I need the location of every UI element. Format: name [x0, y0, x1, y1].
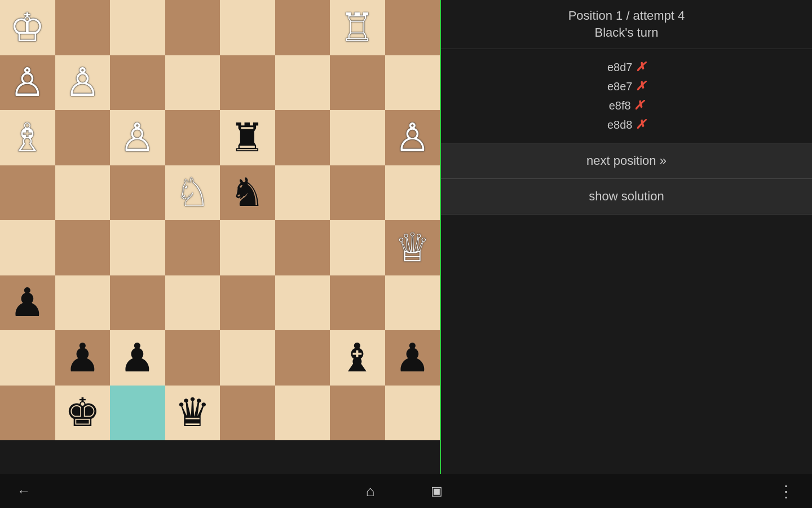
cell-7-6[interactable]: [330, 386, 385, 441]
moves-list: e8d7 ✗e8e7 ✗e8f8 ✗e8d8 ✗: [441, 49, 812, 143]
cell-1-5[interactable]: [275, 55, 330, 111]
cell-2-5[interactable]: [275, 110, 330, 165]
panel-header: Position 1 / attempt 4 Black's turn: [441, 0, 812, 49]
cell-1-4[interactable]: [220, 55, 275, 111]
piece-white-queen-4-7: ♕: [395, 228, 430, 268]
cell-3-1[interactable]: [55, 165, 111, 221]
cell-1-3[interactable]: [165, 55, 220, 111]
cell-2-2[interactable]: ♙: [110, 110, 165, 165]
chess-board[interactable]: ♔♖♙♙♗♙♜♙♘♞♕♟♟♟♝♟♚♛: [0, 0, 440, 440]
cell-5-7[interactable]: [385, 275, 440, 331]
cell-2-3[interactable]: [165, 110, 220, 165]
move-cross-2: ✗: [634, 98, 644, 112]
cell-4-0[interactable]: [0, 220, 55, 275]
piece-white-pawn-1-1: ♙: [65, 63, 100, 102]
cell-6-5[interactable]: [275, 330, 330, 386]
cell-2-0[interactable]: ♗: [0, 110, 55, 165]
cell-1-2[interactable]: [110, 55, 165, 111]
cell-0-5[interactable]: [275, 0, 330, 55]
cell-7-7[interactable]: [385, 386, 440, 441]
cell-0-2[interactable]: [110, 0, 165, 55]
piece-white-king-0-0: ♔: [10, 8, 45, 47]
nav-center: ⌂ ▣: [366, 483, 443, 500]
right-panel: Position 1 / attempt 4 Black's turn e8d7…: [440, 0, 812, 474]
cell-5-2[interactable]: [110, 275, 165, 331]
next-position-button[interactable]: next position »: [441, 143, 812, 179]
cell-0-4[interactable]: [220, 0, 275, 55]
piece-black-pawn-6-7: ♟: [395, 338, 430, 378]
move-cross-3: ✗: [636, 117, 646, 132]
cell-6-4[interactable]: [220, 330, 275, 386]
chess-board-container: ♔♖♙♙♗♙♜♙♘♞♕♟♟♟♝♟♚♛: [0, 0, 440, 452]
cell-5-5[interactable]: [275, 275, 330, 331]
cell-3-0[interactable]: [0, 165, 55, 221]
cell-4-6[interactable]: [330, 220, 385, 275]
cell-0-3[interactable]: [165, 0, 220, 55]
cell-6-7[interactable]: ♟: [385, 330, 440, 386]
cell-4-4[interactable]: [220, 220, 275, 275]
cell-2-4[interactable]: ♜: [220, 110, 275, 165]
nav-recent-icon[interactable]: ▣: [431, 484, 443, 498]
nav-bar: ← ⌂ ▣ ⋮: [0, 474, 812, 508]
cell-4-1[interactable]: [55, 220, 111, 275]
cell-1-1[interactable]: ♙: [55, 55, 111, 111]
cell-3-4[interactable]: ♞: [220, 165, 275, 221]
cell-5-6[interactable]: [330, 275, 385, 331]
cell-7-2[interactable]: [110, 386, 165, 441]
cell-5-1[interactable]: [55, 275, 111, 331]
cell-3-2[interactable]: [110, 165, 165, 221]
nav-home-icon[interactable]: ⌂: [366, 483, 375, 500]
cell-3-6[interactable]: [330, 165, 385, 221]
cell-4-3[interactable]: [165, 220, 220, 275]
cell-0-1[interactable]: [55, 0, 111, 55]
piece-white-pawn-2-7: ♙: [395, 118, 430, 157]
cell-1-6[interactable]: [330, 55, 385, 111]
cell-0-0[interactable]: ♔: [0, 0, 55, 55]
cell-1-0[interactable]: ♙: [0, 55, 55, 111]
cell-6-6[interactable]: ♝: [330, 330, 385, 386]
nav-back-icon[interactable]: ←: [17, 483, 30, 499]
cell-7-1[interactable]: ♚: [55, 386, 111, 441]
cell-4-5[interactable]: [275, 220, 330, 275]
piece-black-knight-3-4: ♞: [230, 173, 265, 212]
cell-6-0[interactable]: [0, 330, 55, 386]
nav-more-icon[interactable]: ⋮: [778, 482, 795, 501]
move-cross-1: ✗: [636, 79, 646, 93]
cell-7-4[interactable]: [220, 386, 275, 441]
move-item-1: e8e7 ✗: [452, 77, 801, 96]
cell-5-4[interactable]: [220, 275, 275, 331]
cell-6-3[interactable]: [165, 330, 220, 386]
piece-black-bishop-6-6: ♝: [339, 338, 375, 378]
cell-7-5[interactable]: [275, 386, 330, 441]
cell-2-6[interactable]: [330, 110, 385, 165]
cell-3-5[interactable]: [275, 165, 330, 221]
piece-white-rook-0-6: ♖: [339, 8, 375, 47]
panel-title: Position 1 / attempt 4: [452, 8, 801, 23]
cell-7-3[interactable]: ♛: [165, 386, 220, 441]
show-solution-button[interactable]: show solution: [441, 179, 812, 214]
cell-1-7[interactable]: [385, 55, 440, 111]
piece-black-pawn-6-2: ♟: [120, 338, 155, 378]
move-item-3: e8d8 ✗: [452, 115, 801, 134]
piece-black-queen-7-3: ♛: [175, 393, 210, 432]
cell-5-0[interactable]: ♟: [0, 275, 55, 331]
cell-4-7[interactable]: ♕: [385, 220, 440, 275]
cell-3-3[interactable]: ♘: [165, 165, 220, 221]
cell-2-1[interactable]: [55, 110, 111, 165]
cell-7-0[interactable]: [0, 386, 55, 441]
cell-5-3[interactable]: [165, 275, 220, 331]
cell-6-2[interactable]: ♟: [110, 330, 165, 386]
piece-black-rook-2-4: ♜: [230, 118, 265, 157]
cell-3-7[interactable]: [385, 165, 440, 221]
main-area: ♔♖♙♙♗♙♜♙♘♞♕♟♟♟♝♟♚♛ Position 1 / attempt …: [0, 0, 812, 474]
move-item-2: e8f8 ✗: [452, 96, 801, 115]
cell-0-7[interactable]: [385, 0, 440, 55]
move-item-0: e8d7 ✗: [452, 58, 801, 77]
piece-black-pawn-5-0: ♟: [10, 283, 45, 322]
cell-0-6[interactable]: ♖: [330, 0, 385, 55]
cell-6-1[interactable]: ♟: [55, 330, 111, 386]
piece-black-king-7-1: ♚: [65, 393, 100, 432]
cell-2-7[interactable]: ♙: [385, 110, 440, 165]
panel-subtitle: Black's turn: [452, 25, 801, 40]
cell-4-2[interactable]: [110, 220, 165, 275]
